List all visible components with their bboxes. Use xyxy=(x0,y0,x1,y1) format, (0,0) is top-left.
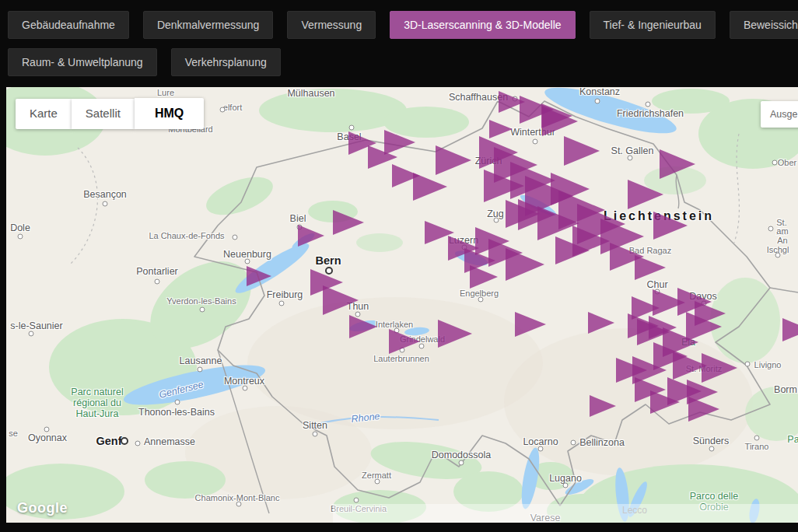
map-marker-triangle[interactable] xyxy=(564,136,600,166)
map-marker-triangle[interactable] xyxy=(635,255,666,280)
map[interactable]: LureMülhausenelfortMontbéliardSchaffhaus… xyxy=(6,87,798,523)
map-marker-triangle[interactable] xyxy=(323,285,359,315)
map-marker-triangle[interactable] xyxy=(488,239,523,267)
map-type-satellit-button[interactable]: Satellit xyxy=(72,99,135,129)
map-marker-triangle[interactable] xyxy=(413,173,447,201)
map-marker-triangle[interactable] xyxy=(384,130,415,155)
tab-beweissicherung-bau[interactable]: Beweissicherung & Bau xyxy=(730,11,798,39)
tab-row-2: Raum- & UmweltplanungVerkehrsplanung xyxy=(0,48,798,76)
map-type-control: Karte Satellit HMQ xyxy=(16,99,204,129)
tab-denkmalvermessung[interactable]: Denkmalvermessung xyxy=(143,11,274,39)
map-marker-triangle[interactable] xyxy=(555,236,590,264)
map-marker-triangle[interactable] xyxy=(695,301,726,326)
map-marker-triangle[interactable] xyxy=(541,103,572,128)
map-marker-triangle[interactable] xyxy=(628,180,663,209)
map-right-control-button[interactable]: Ausge xyxy=(761,101,798,128)
map-marker-triangle[interactable] xyxy=(298,225,324,247)
tab-verkehrsplanung[interactable]: Verkehrsplanung xyxy=(171,48,281,76)
map-marker-triangle[interactable] xyxy=(650,390,680,414)
map-marker-triangle[interactable] xyxy=(653,212,688,240)
map-marker-triangle[interactable] xyxy=(688,397,719,422)
map-marker-triangle[interactable] xyxy=(702,353,737,383)
tab-row-1: GebäudeaufnahmeDenkmalvermessungVermessu… xyxy=(0,11,798,39)
map-type-hmq-button[interactable]: HMQ xyxy=(135,98,204,129)
map-marker-triangle[interactable] xyxy=(588,312,614,334)
map-marker-triangle[interactable] xyxy=(782,318,798,341)
map-marker-triangle[interactable] xyxy=(660,149,695,179)
tab-vermessung[interactable]: Vermessung xyxy=(287,11,376,39)
map-type-karte-button[interactable]: Karte xyxy=(16,99,72,129)
map-marker-triangle[interactable] xyxy=(448,236,479,261)
tab-tief-ingenieurbau[interactable]: Tief- & Ingenieurbau xyxy=(590,11,716,39)
map-marker-triangle[interactable] xyxy=(515,312,546,337)
map-marker-triangle[interactable] xyxy=(438,320,472,348)
google-logo[interactable]: Google xyxy=(17,500,68,516)
map-marker-triangle[interactable] xyxy=(470,265,498,289)
map-marker-triangle[interactable] xyxy=(436,145,471,175)
tab-raum-umweltplanung[interactable]: Raum- & Umweltplanung xyxy=(8,48,157,76)
tab-gebäudeaufnahme[interactable]: Gebäudeaufnahme xyxy=(8,11,129,39)
map-marker-triangle[interactable] xyxy=(349,315,377,338)
map-marker-triangle[interactable] xyxy=(247,266,271,286)
attribution-strip xyxy=(333,504,798,523)
bottom-black-bar xyxy=(0,523,798,532)
map-marker-triangle[interactable] xyxy=(389,329,420,354)
category-filter-bar: GebäudeaufnahmeDenkmalvermessungVermessu… xyxy=(0,0,798,87)
tab-3d-laserscanning-3d-modelle[interactable]: 3D-Laserscanning & 3D-Modelle xyxy=(390,11,575,39)
map-marker-triangle[interactable] xyxy=(590,395,616,417)
map-marker-triangle[interactable] xyxy=(333,210,364,235)
